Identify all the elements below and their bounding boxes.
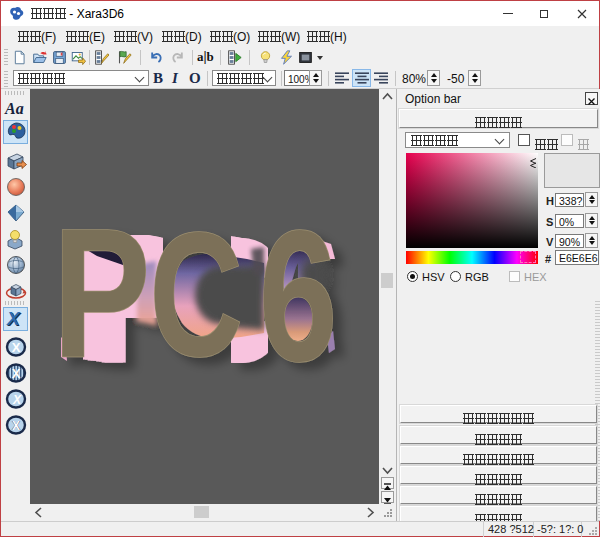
svg-text:X: X [12,366,21,381]
svg-text:X: X [12,340,21,355]
svg-text:X: X [12,393,22,407]
svg-text:X: X [12,419,20,433]
